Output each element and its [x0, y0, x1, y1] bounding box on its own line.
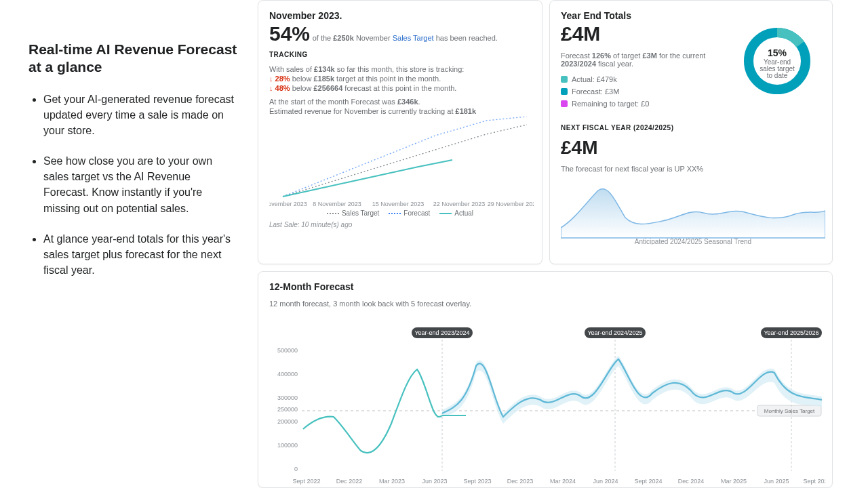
- svg-text:Sept 2023: Sept 2023: [463, 478, 491, 485]
- card-title: Year End Totals: [561, 10, 821, 21]
- svg-text:300000: 300000: [277, 394, 298, 401]
- progress-pct: 54%: [269, 24, 310, 44]
- twelve-month-card: 12-Month Forecast 12 month forecast, 3 m…: [258, 271, 833, 488]
- card-title: 12-Month Forecast: [269, 281, 821, 292]
- svg-text:Jun 2025: Jun 2025: [764, 478, 789, 485]
- next-fy-total: £4M: [561, 138, 597, 157]
- tracking-heading: TRACKING: [269, 51, 531, 58]
- svg-text:Jun 2024: Jun 2024: [593, 478, 618, 485]
- svg-text:Dec 2022: Dec 2022: [336, 478, 363, 485]
- svg-text:0: 0: [294, 466, 298, 472]
- svg-text:Monthly Sales Target: Monthly Sales Target: [764, 408, 815, 414]
- svg-text:Sept 2022: Sept 2022: [292, 478, 320, 485]
- svg-text:Anticipated 2024/2025 Seasonal: Anticipated 2024/2025 Seasonal Trend: [635, 238, 751, 245]
- last-sale-ts: Last Sale: 10 minute(s) ago: [269, 221, 531, 228]
- svg-text:Jun 2023: Jun 2023: [422, 478, 447, 485]
- next-fy-trend-chart: Anticipated 2024/2025 Seasonal Trend: [561, 180, 825, 245]
- svg-text:29 November 2023: 29 November 2023: [488, 201, 534, 207]
- svg-text:500000: 500000: [277, 347, 298, 354]
- svg-text:Sept 2025: Sept 2025: [803, 478, 825, 485]
- twelve-month-chart: 0 100000 200000 250000 300000 400000 500…: [269, 315, 825, 488]
- svg-text:Dec 2024: Dec 2024: [678, 478, 705, 485]
- svg-text:Mar 2023: Mar 2023: [379, 478, 405, 485]
- kv-remaining: Remaining to target: £0: [561, 100, 729, 108]
- svg-text:Dec 2023: Dec 2023: [507, 478, 534, 485]
- bullet: See how close you are to your own sales …: [43, 153, 237, 216]
- year-end-total: £4M: [561, 24, 600, 44]
- bullet: At glance year-end totals for this year'…: [43, 231, 237, 279]
- svg-text:Year-end 2023/2024: Year-end 2023/2024: [414, 329, 469, 336]
- november-chart: 1 November 2023 8 November 2023 15 Novem…: [269, 117, 534, 208]
- svg-text:1 November 2023: 1 November 2023: [269, 201, 307, 207]
- svg-text:Sept 2024: Sept 2024: [634, 478, 662, 485]
- svg-text:Year-end 2025/2026: Year-end 2025/2026: [764, 329, 818, 336]
- svg-text:to date: to date: [767, 72, 788, 79]
- marketing-sidebar: Real-time AI Revenue Forecast at a glanc…: [0, 0, 251, 488]
- svg-text:400000: 400000: [277, 371, 298, 378]
- november-card: November 2023. 54% of the £250k November…: [258, 0, 542, 264]
- kv-forecast: Forecast: £3M: [561, 87, 729, 96]
- kv-actual: Actual: £479k: [561, 75, 729, 83]
- svg-text:22 November 2023: 22 November 2023: [433, 201, 486, 207]
- svg-text:100000: 100000: [277, 442, 298, 449]
- svg-text:Year-end 2024/2025: Year-end 2024/2025: [587, 329, 642, 336]
- bullet: Get your AI-generated revenue forecast u…: [43, 92, 237, 139]
- svg-text:15 November 2023: 15 November 2023: [372, 201, 425, 207]
- card-title: November 2023.: [269, 10, 531, 21]
- next-fy-heading: NEXT FISCAL YEAR (2024/2025): [561, 124, 821, 131]
- year-end-donut: 15% Year-end sales target to date: [740, 24, 821, 112]
- svg-text:250000: 250000: [277, 406, 298, 413]
- year-end-card: Year End Totals £4M Forecast 126% of tar…: [549, 0, 833, 264]
- svg-text:8 November 2023: 8 November 2023: [313, 201, 361, 207]
- sales-target-link[interactable]: Sales Target: [393, 34, 434, 42]
- svg-text:15%: 15%: [768, 47, 787, 58]
- svg-text:Mar 2024: Mar 2024: [550, 478, 576, 485]
- svg-text:Mar 2025: Mar 2025: [721, 478, 747, 485]
- svg-text:200000: 200000: [277, 418, 298, 425]
- november-legend: Sales Target Forecast Actual: [269, 209, 531, 217]
- sidebar-heading: Real-time AI Revenue Forecast at a glanc…: [28, 41, 237, 77]
